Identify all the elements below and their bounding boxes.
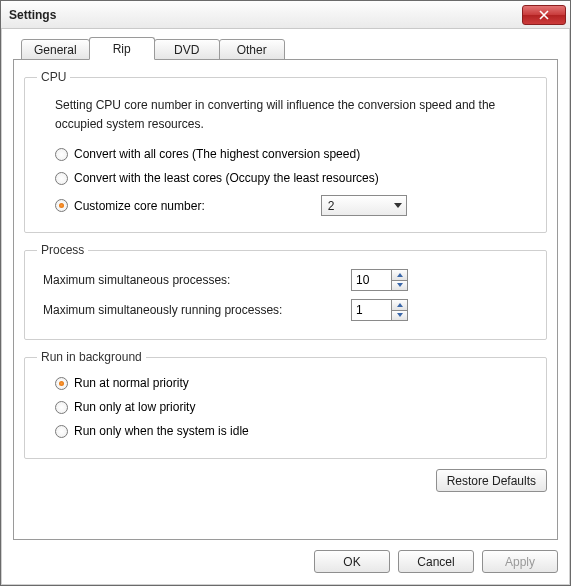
group-run-background: Run in background Run at normal priority… (24, 350, 547, 459)
max-run-spinner[interactable] (351, 299, 408, 321)
close-icon (539, 10, 549, 20)
content-area: General Rip DVD Other CPU Setting CPU co… (1, 29, 570, 540)
tab-other[interactable]: Other (219, 39, 285, 60)
radio-icon (55, 401, 68, 414)
tab-strip: General Rip DVD Other (21, 39, 558, 60)
radio-icon (55, 172, 68, 185)
ok-button[interactable]: OK (314, 550, 390, 573)
runbg-option-low[interactable]: Run only at low priority (55, 400, 536, 414)
core-number-value: 2 (328, 199, 335, 213)
tab-rip[interactable]: Rip (89, 37, 155, 60)
runbg-option-idle[interactable]: Run only when the system is idle (55, 424, 536, 438)
cancel-button[interactable]: Cancel (398, 550, 474, 573)
cpu-option-all-label: Convert with all cores (The highest conv… (74, 147, 360, 161)
cpu-option-least[interactable]: Convert with the least cores (Occupy the… (55, 171, 536, 185)
core-number-dropdown[interactable]: 2 (321, 195, 407, 216)
tab-dvd[interactable]: DVD (154, 39, 220, 60)
window-title: Settings (9, 8, 56, 22)
radio-icon (55, 148, 68, 161)
chevron-down-icon (394, 203, 402, 208)
runbg-option-idle-label: Run only when the system is idle (74, 424, 249, 438)
cpu-description: Setting CPU core number in converting wi… (55, 96, 534, 133)
max-run-input[interactable] (351, 299, 391, 321)
dialog-footer: OK Cancel Apply (1, 540, 570, 585)
group-run-background-legend: Run in background (37, 350, 146, 364)
group-process-legend: Process (37, 243, 88, 257)
settings-window: Settings General Rip DVD Other CPU Setti… (0, 0, 571, 586)
cpu-option-custom[interactable]: Customize core number: (55, 199, 205, 213)
spin-down-icon[interactable] (391, 280, 408, 292)
close-button[interactable] (522, 5, 566, 25)
spin-up-icon[interactable] (391, 269, 408, 280)
group-cpu-legend: CPU (37, 70, 70, 84)
group-cpu: CPU Setting CPU core number in convertin… (24, 70, 547, 233)
runbg-option-low-label: Run only at low priority (74, 400, 195, 414)
runbg-option-normal-label: Run at normal priority (74, 376, 189, 390)
tab-general[interactable]: General (21, 39, 90, 60)
cpu-option-custom-label: Customize core number: (74, 199, 205, 213)
max-sim-input[interactable] (351, 269, 391, 291)
apply-button[interactable]: Apply (482, 550, 558, 573)
radio-icon (55, 425, 68, 438)
spin-up-icon[interactable] (391, 299, 408, 310)
max-run-label: Maximum simultaneously running processes… (43, 303, 343, 317)
tab-page-rip: CPU Setting CPU core number in convertin… (13, 59, 558, 540)
max-sim-spinner[interactable] (351, 269, 408, 291)
restore-defaults-button[interactable]: Restore Defaults (436, 469, 547, 492)
max-sim-label: Maximum simultaneous processes: (43, 273, 343, 287)
cpu-option-least-label: Convert with the least cores (Occupy the… (74, 171, 379, 185)
titlebar: Settings (1, 1, 570, 29)
radio-icon (55, 199, 68, 212)
cpu-option-all[interactable]: Convert with all cores (The highest conv… (55, 147, 536, 161)
radio-icon (55, 377, 68, 390)
group-process: Process Maximum simultaneous processes: … (24, 243, 547, 340)
spin-down-icon[interactable] (391, 310, 408, 322)
runbg-option-normal[interactable]: Run at normal priority (55, 376, 536, 390)
